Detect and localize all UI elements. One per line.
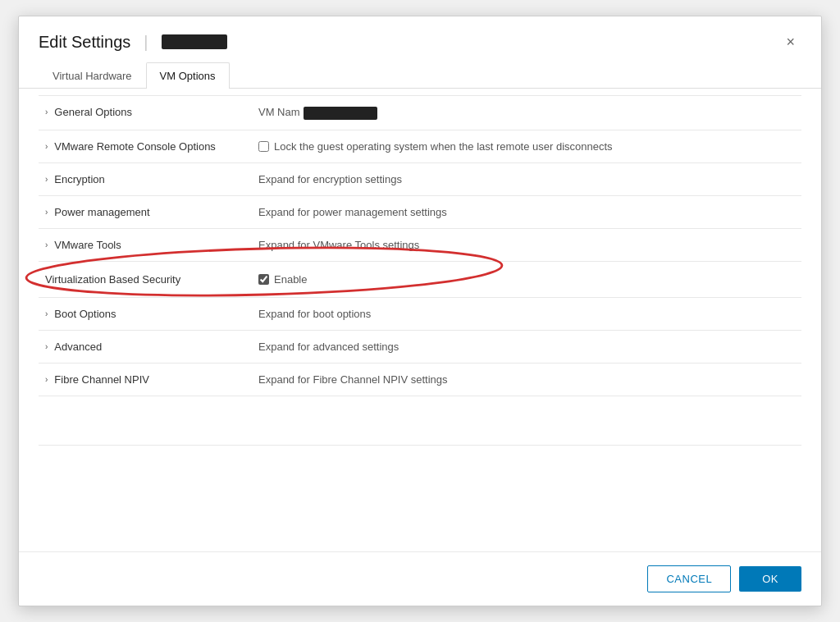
row-general-options: › General Options VM Nam [39, 96, 801, 130]
vbs-enable-checkbox[interactable] [258, 274, 269, 285]
vm-name-value-redacted [304, 107, 377, 120]
title-separator: | [144, 33, 148, 52]
value-general-options: VM Nam [252, 96, 801, 130]
lock-guest-os-label[interactable]: Lock the guest operating system when the… [258, 140, 795, 153]
vbs-enable-text: Enable [274, 273, 307, 286]
expand-vmware-tools[interactable]: › VMware Tools [45, 239, 245, 251]
tab-virtual-hardware[interactable]: Virtual Hardware [39, 62, 146, 89]
chevron-icon: › [45, 342, 48, 351]
row-advanced: › Advanced Expand for advanced settings [39, 330, 801, 363]
dialog-title-text: Edit Settings [39, 33, 130, 52]
edit-settings-dialog: Edit Settings | × Virtual Hardware VM Op… [18, 16, 822, 606]
expand-advanced[interactable]: › Advanced [45, 341, 245, 353]
spacer-row [39, 396, 801, 445]
row-fibre-channel-npiv: › Fibre Channel NPIV Expand for Fibre Ch… [39, 363, 801, 396]
row-boot-options: › Boot Options Expand for boot options [39, 297, 801, 330]
ok-button[interactable]: OK [739, 566, 801, 592]
row-vmware-remote-console: › VMware Remote Console Options Lock the… [39, 130, 801, 162]
dialog-header: Edit Settings | × [19, 16, 821, 53]
label-virtualization-based-security: Virtualization Based Security [45, 273, 180, 286]
value-vmware-tools: Expand for VMware Tools settings [252, 228, 801, 261]
cancel-button[interactable]: CANCEL [647, 565, 731, 592]
chevron-icon: › [45, 208, 48, 217]
vm-name-redacted [162, 34, 227, 49]
tabs-bar: Virtual Hardware VM Options [19, 53, 821, 89]
lock-guest-os-text: Lock the guest operating system when the… [274, 140, 613, 153]
chevron-icon: › [45, 175, 48, 184]
label-fibre-channel-npiv: Fibre Channel NPIV [54, 373, 149, 386]
row-vmware-tools: › VMware Tools Expand for VMware Tools s… [39, 228, 801, 261]
expand-boot-options[interactable]: › Boot Options [45, 308, 245, 320]
dialog-footer: CANCEL OK [19, 551, 821, 606]
chevron-icon: › [45, 375, 48, 384]
chevron-icon: › [45, 107, 48, 117]
value-vmware-remote-console: Lock the guest operating system when the… [252, 130, 801, 162]
value-encryption: Expand for encryption settings [252, 162, 801, 195]
label-boot-options: Boot Options [54, 308, 116, 320]
chevron-icon: › [45, 240, 48, 249]
dialog-title: Edit Settings | [39, 33, 227, 52]
label-vmware-tools: VMware Tools [54, 239, 121, 251]
settings-table-wrapper: › General Options VM Nam › [39, 95, 801, 446]
lock-guest-os-checkbox[interactable] [258, 141, 269, 152]
value-fibre-channel-npiv: Expand for Fibre Channel NPIV settings [252, 363, 801, 396]
vbs-enable-label[interactable]: Enable [258, 273, 795, 286]
value-boot-options: Expand for boot options [252, 297, 801, 330]
value-virtualization-based-security: Enable [252, 261, 801, 297]
chevron-icon: › [45, 309, 48, 318]
label-vmware-remote-console: VMware Remote Console Options [54, 140, 216, 153]
label-power-management: Power management [54, 206, 149, 218]
row-virtualization-based-security: Virtualization Based Security Enable [39, 261, 801, 297]
expand-vmware-remote-console[interactable]: › VMware Remote Console Options [45, 140, 245, 153]
expand-encryption[interactable]: › Encryption [45, 173, 245, 185]
expand-general-options[interactable]: › General Options [45, 106, 245, 118]
row-encryption: › Encryption Expand for encryption setti… [39, 162, 801, 195]
expand-fibre-channel-npiv[interactable]: › Fibre Channel NPIV [45, 373, 245, 386]
value-advanced: Expand for advanced settings [252, 330, 801, 363]
tab-vm-options[interactable]: VM Options [146, 62, 230, 89]
label-encryption: Encryption [54, 173, 104, 185]
chevron-icon: › [45, 142, 48, 151]
label-advanced: Advanced [54, 341, 102, 353]
row-power-management: › Power management Expand for power mana… [39, 195, 801, 228]
expand-power-management[interactable]: › Power management [45, 206, 245, 218]
label-general-options: General Options [54, 106, 132, 118]
dialog-body: › General Options VM Nam › [19, 89, 821, 551]
close-button[interactable]: × [779, 31, 801, 53]
value-power-management: Expand for power management settings [252, 195, 801, 228]
settings-table: › General Options VM Nam › [39, 95, 801, 446]
